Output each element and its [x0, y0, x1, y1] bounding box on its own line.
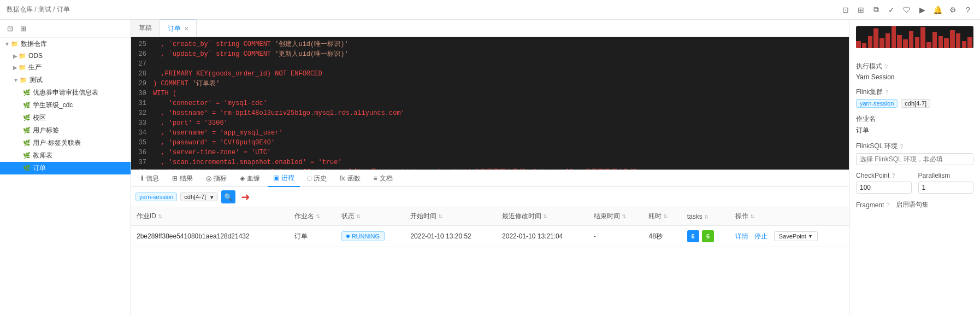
bottom-tab-历史[interactable]: □历史: [302, 170, 332, 187]
chart-bar-8: [903, 39, 908, 48]
chart-bar-15: [944, 38, 949, 48]
bell-icon[interactable]: 🔔: [932, 4, 943, 15]
bottom-tab-进程[interactable]: ▣进程: [268, 170, 300, 187]
search-button[interactable]: 🔍: [221, 190, 235, 203]
bottom-tab-指标[interactable]: ◎指标: [200, 170, 232, 187]
chart-bar-13: [932, 32, 937, 48]
sort-icon-结束时间[interactable]: ⇅: [622, 213, 626, 219]
copy-icon[interactable]: ⧉: [871, 4, 882, 15]
code-line-37: 37 , 'scan.incremental.snapshot.enabled'…: [131, 158, 849, 167]
tab-draft[interactable]: 草稿: [131, 20, 160, 37]
status-text: RUNNING: [352, 233, 380, 240]
flink-cluster-help-icon[interactable]: ?: [885, 89, 888, 96]
sidebar-item-usertagrel[interactable]: 🌿 用户-标签关联表: [0, 137, 131, 149]
savepoint-button[interactable]: SavePoint ▼: [774, 231, 818, 241]
tab-label-指标: 指标: [214, 174, 227, 183]
flinksql-env-help-icon[interactable]: ?: [900, 143, 903, 150]
chart-bar-18: [962, 41, 967, 48]
sidebar-item-production[interactable]: ▶ 📁 生产: [0, 61, 131, 74]
file-icon[interactable]: ⊞: [855, 4, 866, 15]
content-area: 草稿 订单 ✕ 25 , `create_by` string COMMENT …: [131, 20, 849, 315]
tab-order-close[interactable]: ✕: [184, 26, 188, 32]
sidebar-item-warehouse[interactable]: ▼ 📁 数据仓库: [0, 38, 131, 50]
chart-bar-10: [915, 37, 920, 48]
th-作业ID: 作业ID⇅: [131, 207, 289, 226]
bottom-tab-血缘[interactable]: ◈血缘: [234, 170, 265, 187]
sidebar-item-test[interactable]: ▼ 📁 测试: [0, 74, 131, 86]
tab-order-label: 订单: [168, 24, 181, 33]
progress-table: 作业ID⇅作业名⇅状态⇅开始时间⇅最近修改时间⇅结束时间⇅耗时⇅tasks⇅操作…: [131, 207, 849, 315]
sort-icon-作业名[interactable]: ⇅: [316, 213, 320, 219]
bottom-tab-文档[interactable]: ≡文档: [368, 170, 398, 187]
sidebar-item-order[interactable]: 🌿 订单: [0, 162, 131, 174]
tab-icon-信息: ℹ: [141, 174, 144, 182]
sort-icon-状态[interactable]: ⇅: [356, 213, 361, 219]
checkpoint-input[interactable]: [856, 182, 912, 194]
expand-all-icon[interactable]: ⊡: [4, 23, 15, 34]
sidebar-item-teacher[interactable]: 🌿 教师表: [0, 149, 131, 162]
flinksql-env-input[interactable]: [856, 153, 973, 165]
job-table: 作业ID⇅作业名⇅状态⇅开始时间⇅最近修改时间⇅结束时间⇅耗时⇅tasks⇅操作…: [131, 207, 849, 247]
line-number-28: 28: [131, 69, 153, 79]
exec-mode-help-icon[interactable]: ?: [884, 63, 888, 70]
sidebar-item-label-coupon: 优惠券申请审批信息表: [33, 88, 98, 97]
play-icon[interactable]: ▶: [917, 4, 928, 15]
line-number-35: 35: [131, 138, 153, 148]
parallelism-input[interactable]: [918, 182, 974, 194]
code-line-25: 25 , `create_by` string COMMENT '创建人uid(…: [131, 39, 849, 49]
tree-arrow-production: ▶: [13, 65, 17, 71]
bottom-tab-结果[interactable]: ⊞结果: [167, 170, 198, 187]
sort-icon-tasks[interactable]: ⇅: [704, 214, 709, 220]
fragment-help-icon[interactable]: ?: [886, 202, 889, 208]
chart-bar-14: [938, 36, 943, 48]
line-number-30: 30: [131, 89, 153, 98]
sort-icon-作业ID[interactable]: ⇅: [158, 213, 162, 219]
sidebar-item-coupon[interactable]: 🌿 优惠券申请审批信息表: [0, 86, 131, 99]
sidebar-item-student[interactable]: 🌿 学生班级_cdc: [0, 99, 131, 112]
sort-icon-最近修改时间[interactable]: ⇅: [543, 213, 547, 219]
sidebar-item-campus[interactable]: 🌿 校区: [0, 112, 131, 124]
help-icon[interactable]: ?: [963, 4, 973, 15]
code-line-35: 35 , 'password' = 'CV!0pu!q0E40': [131, 138, 849, 148]
code-line-34: 34 , 'username' = 'app_mysql_user': [131, 128, 849, 138]
tree-icon-usertagrel: 🌿: [23, 139, 31, 147]
check-icon[interactable]: ✓: [886, 4, 897, 15]
sort-icon-操作[interactable]: ⇅: [750, 213, 754, 219]
code-line-28: 28 ,PRIMARY KEY(goods_order_id) NOT ENFO…: [131, 69, 849, 79]
tree-arrow-ods: ▶: [13, 53, 17, 59]
code-editor[interactable]: 25 , `create_by` string COMMENT '创建人uid(…: [131, 37, 849, 170]
flink-cluster-section: Flink集群 ? yarn-session cdh[4-7]: [856, 88, 973, 108]
sidebar-item-ods[interactable]: ▶ 📁 ODS: [0, 50, 131, 61]
line-content-28: ,PRIMARY KEY(goods_order_id) NOT ENFORCE…: [153, 69, 322, 79]
checkpoint-help-icon[interactable]: ?: [892, 172, 895, 179]
stop-link[interactable]: 停止: [754, 232, 768, 240]
checkpoint-subsection: CheckPoint ?: [856, 172, 912, 194]
sidebar-item-label-usertagrel: 用户-标签关联表: [33, 138, 81, 148]
line-number-26: 26: [131, 49, 153, 59]
bottom-tab-信息[interactable]: ℹ信息: [135, 170, 164, 187]
tree-arrow-test: ▼: [13, 77, 19, 83]
cell-start-time: 2022-01-10 13:20:52: [405, 226, 497, 247]
sidebar-item-usertag[interactable]: 🌿 用户标签: [0, 124, 131, 137]
add-file-icon[interactable]: ⊞: [17, 23, 28, 34]
session-badge: yarn-session: [135, 192, 177, 201]
bottom-tab-函数[interactable]: fx函数: [334, 170, 365, 187]
tree-icon-teacher: 🌿: [23, 152, 31, 159]
line-content-33: , 'port' = '3306': [153, 118, 228, 128]
tab-order[interactable]: 订单 ✕: [160, 20, 197, 37]
cell-actions: 详情 停止 SavePoint ▼: [730, 226, 849, 247]
line-number-25: 25: [131, 39, 153, 49]
folder-icon[interactable]: ⊡: [840, 4, 851, 15]
sort-icon-耗时[interactable]: ⇅: [663, 213, 668, 219]
cell-end-time: -: [588, 226, 644, 247]
tree-icon-order: 🌿: [23, 165, 31, 172]
right-panel: 执行模式 ? Yarn Session Flink集群 ? yarn-sessi…: [849, 20, 980, 315]
sort-icon-开始时间[interactable]: ⇅: [438, 213, 442, 219]
settings-icon[interactable]: ⚙: [947, 4, 958, 15]
tab-icon-结果: ⊞: [172, 174, 178, 182]
detail-link[interactable]: 详情: [735, 232, 748, 240]
savepoint-dropdown-icon[interactable]: ▼: [808, 234, 813, 239]
tree-icon-student: 🌿: [23, 102, 31, 109]
shield-icon[interactable]: 🛡: [901, 4, 912, 15]
cluster-dropdown-icon[interactable]: ▼: [209, 195, 214, 200]
